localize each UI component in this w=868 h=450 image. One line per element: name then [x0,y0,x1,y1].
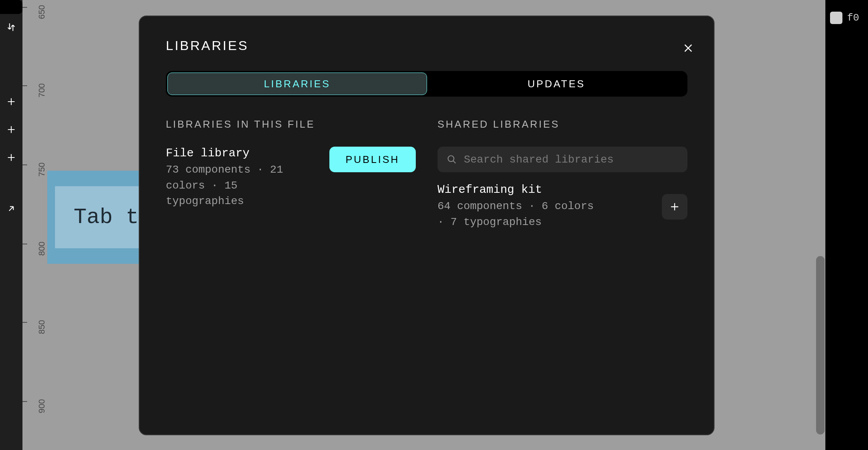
shared-library-stats: 64 components · 6 colors · 7 typographie… [437,199,600,230]
ruler-tick-label: 650 [37,0,47,24]
color-swatch[interactable] [830,12,842,24]
ruler-tick-label: 800 [37,237,47,260]
close-icon [682,42,694,54]
swap-arrows-icon[interactable] [5,21,17,33]
shared-library-row: Wireframing kit 64 components · 6 colors… [437,183,687,230]
ruler-tick-label: 900 [37,395,47,418]
dialog-tab-switch: LIBRARIES UPDATES [166,71,687,97]
left-toolbar [0,0,22,450]
file-library-row: File library 73 components · 21 colors ·… [166,147,416,209]
shared-libraries-section: SHARED LIBRARIES Wireframing kit 64 comp… [437,118,687,230]
file-library-info: File library 73 components · 21 colors ·… [166,147,320,209]
arrow-out-icon[interactable] [5,202,17,215]
svg-point-0 [448,156,454,161]
file-library-name: File library [166,147,320,160]
publish-button[interactable]: PUBLISH [329,147,416,172]
search-input[interactable] [463,153,678,166]
search-icon [447,154,457,164]
section-heading: SHARED LIBRARIES [437,118,687,130]
libraries-dialog: LIBRARIES LIBRARIES UPDATES LIBRARIES IN… [139,16,715,435]
plus-icon[interactable] [5,123,17,136]
add-shared-library-button[interactable] [662,194,687,220]
vertical-ruler: 650 700 750 800 850 900 [22,0,47,450]
color-swatch-label: f0 [847,12,859,24]
right-properties-panel: f0 [825,0,868,450]
shared-library-name: Wireframing kit [437,183,600,196]
scrollbar-thumb[interactable] [816,256,825,434]
plus-icon[interactable] [5,151,17,164]
shared-library-info: Wireframing kit 64 components · 6 colors… [437,183,600,230]
libraries-in-file-section: LIBRARIES IN THIS FILE File library 73 c… [166,118,416,230]
dialog-title: LIBRARIES [166,38,687,53]
plus-icon [669,201,680,212]
search-shared-libraries[interactable] [437,147,687,172]
toolbar-active-highlight [0,0,22,14]
ruler-tick-label: 750 [37,158,47,181]
ruler-tick-label: 850 [37,315,47,339]
close-button[interactable] [680,40,696,56]
color-swatch-row[interactable]: f0 [830,12,859,24]
tab-libraries[interactable]: LIBRARIES [167,73,427,95]
section-heading: LIBRARIES IN THIS FILE [166,118,416,130]
file-library-stats: 73 components · 21 colors · 15 typograph… [166,162,320,209]
tab-updates[interactable]: UPDATES [427,73,686,95]
ruler-tick-label: 700 [37,79,47,102]
plus-icon[interactable] [5,95,17,108]
canvas-vertical-scrollbar[interactable] [816,8,825,442]
